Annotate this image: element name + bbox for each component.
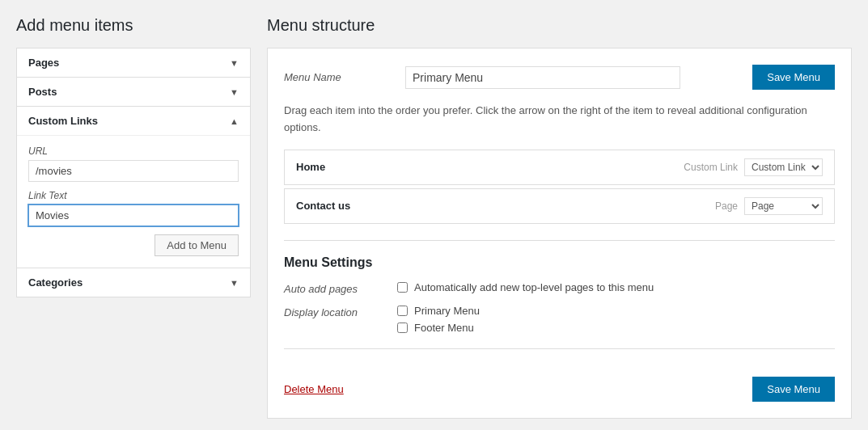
delete-menu-button[interactable]: Delete Menu xyxy=(284,383,344,395)
menu-name-row: Menu Name Save Menu xyxy=(284,65,835,90)
pages-arrow: ▼ xyxy=(230,58,239,68)
url-input[interactable] xyxy=(28,160,239,182)
bottom-bar: Delete Menu Save Menu xyxy=(284,364,835,402)
primary-menu-location-row: Primary Menu xyxy=(397,305,835,317)
link-text-form-row: Link Text xyxy=(28,190,239,226)
menu-settings-section: Menu Settings Auto add pages Automatical… xyxy=(284,255,835,334)
save-menu-button-top[interactable]: Save Menu xyxy=(752,65,835,90)
custom-links-body: URL Link Text Add to Menu xyxy=(17,135,250,268)
menu-name-label: Menu Name xyxy=(284,71,341,83)
settings-grid: Auto add pages Automatically add new top… xyxy=(284,281,835,334)
auto-add-checkbox-row: Automatically add new top-level pages to… xyxy=(397,281,835,293)
custom-links-accordion-header[interactable]: Custom Links ▲ xyxy=(17,107,250,135)
contact-item-type-select[interactable]: Page Custom Link xyxy=(744,197,823,215)
custom-links-arrow: ▲ xyxy=(230,116,239,126)
contact-item-type-label: Page xyxy=(715,200,738,212)
custom-links-label: Custom Links xyxy=(28,115,98,127)
add-to-menu-button[interactable]: Add to Menu xyxy=(155,234,239,256)
footer-menu-location-checkbox[interactable] xyxy=(397,322,408,333)
primary-menu-location-label: Primary Menu xyxy=(414,305,480,317)
pages-accordion-header[interactable]: Pages ▼ xyxy=(17,48,250,77)
pages-label: Pages xyxy=(28,57,59,69)
menu-box: Menu Name Save Menu Drag each item into … xyxy=(267,48,852,419)
posts-accordion: Posts ▼ xyxy=(16,77,251,107)
posts-accordion-header[interactable]: Posts ▼ xyxy=(17,78,250,106)
bottom-divider xyxy=(284,348,835,349)
display-location-label: Display location xyxy=(284,305,397,318)
posts-arrow: ▼ xyxy=(230,87,239,97)
menu-name-input[interactable] xyxy=(405,66,680,89)
menu-settings-title: Menu Settings xyxy=(284,255,835,270)
categories-accordion-header[interactable]: Categories ▼ xyxy=(17,268,250,297)
menu-item-contact: Contact us Page Page Custom Link xyxy=(284,188,835,224)
home-item-type-select[interactable]: Custom Link Page xyxy=(744,158,823,176)
categories-accordion: Categories ▼ xyxy=(16,268,251,297)
auto-add-checkbox[interactable] xyxy=(397,282,408,293)
contact-item-type-area: Page Page Custom Link xyxy=(715,197,823,215)
drag-instructions: Drag each item into the order you prefer… xyxy=(284,103,835,137)
menu-item-home: Home Custom Link Custom Link Page xyxy=(284,150,835,185)
right-panel-title: Menu structure xyxy=(267,16,852,35)
left-panel-title: Add menu items xyxy=(16,16,251,35)
display-location-value: Primary Menu Footer Menu xyxy=(397,305,835,334)
link-text-input[interactable] xyxy=(28,204,239,226)
footer-menu-location-label: Footer Menu xyxy=(414,322,474,334)
primary-menu-location-checkbox[interactable] xyxy=(397,306,408,316)
link-text-label: Link Text xyxy=(28,190,239,201)
menu-structure-panel: Menu structure Menu Name Save Menu Drag … xyxy=(267,16,852,419)
contact-item-name: Contact us xyxy=(296,200,350,212)
url-form-row: URL xyxy=(28,145,239,182)
add-menu-items-panel: Add menu items Pages ▼ Posts ▼ Custom Li… xyxy=(16,16,251,419)
auto-add-label: Auto add pages xyxy=(284,281,397,295)
home-item-name: Home xyxy=(296,161,325,173)
categories-label: Categories xyxy=(28,276,83,289)
url-label: URL xyxy=(28,145,239,157)
save-menu-button-bottom[interactable]: Save Menu xyxy=(752,377,835,402)
menu-items-list: Home Custom Link Custom Link Page Contac… xyxy=(284,150,835,224)
settings-divider xyxy=(284,240,835,241)
categories-arrow: ▼ xyxy=(230,278,239,288)
auto-add-checkbox-label: Automatically add new top-level pages to… xyxy=(414,281,654,293)
pages-accordion: Pages ▼ xyxy=(16,48,251,78)
home-item-type-area: Custom Link Custom Link Page xyxy=(684,158,823,176)
footer-menu-location-row: Footer Menu xyxy=(397,322,835,334)
custom-links-accordion: Custom Links ▲ URL Link Text Add to Menu xyxy=(16,106,251,268)
posts-label: Posts xyxy=(28,86,57,98)
auto-add-value: Automatically add new top-level pages to… xyxy=(397,281,835,293)
home-item-type-label: Custom Link xyxy=(684,162,738,173)
